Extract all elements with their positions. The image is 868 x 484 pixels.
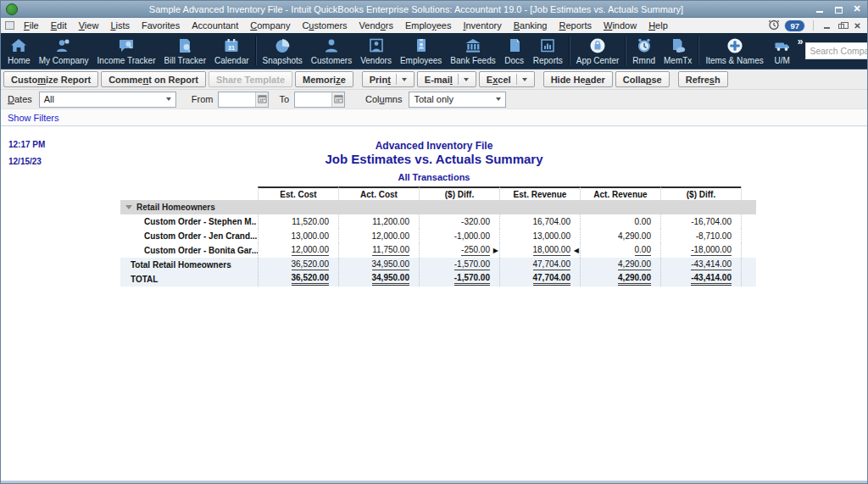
close-button[interactable]: ✕ <box>852 4 862 14</box>
menu-item-window[interactable]: Window <box>598 20 643 31</box>
minimize-button[interactable] <box>815 4 825 14</box>
memorize-button[interactable]: Memorize <box>295 71 353 87</box>
hide-header-button[interactable]: Hide Header <box>543 71 613 87</box>
docs-icon <box>504 36 525 55</box>
value-cell[interactable]: 11,520.00 <box>258 214 338 229</box>
to-date-input[interactable] <box>295 93 331 106</box>
value-cell[interactable]: 36,520.00 <box>258 272 338 287</box>
dropdown-arrow-icon[interactable] <box>464 78 469 81</box>
menu-item-favorites[interactable]: Favorites <box>136 20 186 31</box>
value-cell[interactable]: 16,704.00 <box>499 214 580 229</box>
menu-item-accountant[interactable]: Accountant <box>186 20 244 31</box>
menu-item-reports[interactable]: Reports <box>553 20 598 31</box>
search-input[interactable] <box>806 43 868 58</box>
menu-item-lists[interactable]: Lists <box>104 20 136 31</box>
button-label: Excel <box>487 75 511 85</box>
menu-item-banking[interactable]: Banking <box>508 20 554 31</box>
child-restore-button[interactable] <box>837 21 848 31</box>
toolbar-item-employees[interactable]: Employees <box>396 33 446 69</box>
toolbar-item-income-tracker[interactable]: Income Tracker <box>93 33 160 69</box>
value-cell[interactable]: 18,000.00◀ <box>499 243 580 258</box>
value-cell[interactable]: 13,000.00 <box>258 229 338 243</box>
menu-item-employees[interactable]: Employees <box>399 20 457 31</box>
toolbar-item-rmnd[interactable]: Rmnd <box>628 33 659 69</box>
toolbar-item-customers[interactable]: Customers <box>307 33 356 69</box>
refresh-button[interactable]: Refresh <box>678 71 728 87</box>
menu-item-file[interactable]: File <box>18 20 45 31</box>
maximize-button[interactable] <box>833 4 843 14</box>
excel-button[interactable]: Excel <box>479 71 535 87</box>
value-cell[interactable]: 11,750.00 <box>338 243 419 258</box>
value-cell[interactable]: -1,000.00 <box>419 229 499 243</box>
comment-on-report-button[interactable]: Comment on Report <box>101 71 206 87</box>
value-cell[interactable]: -43,414.00 <box>660 258 741 272</box>
toolbar-item-items-names[interactable]: Items & Names <box>701 33 767 69</box>
toolbar-item-bill-tracker[interactable]: Bill Tracker <box>160 33 210 69</box>
value-cell[interactable]: 4,290.00 <box>580 258 660 272</box>
menu-item-vendors[interactable]: Vendors <box>353 20 399 31</box>
value-cell[interactable]: -1,570.00 <box>419 258 499 272</box>
toolbar-item-snapshots[interactable]: Snapshots <box>259 33 307 69</box>
toolbar-item-memtx[interactable]: MemTx <box>659 33 696 69</box>
cell-value: -18,000.00 <box>691 245 732 256</box>
row-label: Custom Order - Bonita Gar... <box>120 243 258 258</box>
columns-dropdown[interactable]: Total only <box>409 92 506 108</box>
value-cell[interactable]: 47,704.00 <box>499 258 580 272</box>
toolbar-item-docs[interactable]: Docs <box>500 33 529 69</box>
value-cell[interactable]: 13,000.00 <box>499 229 580 243</box>
value-cell[interactable]: -250.00▶ <box>419 243 499 258</box>
value-cell[interactable]: 12,000.00 <box>338 229 419 243</box>
menu-item-company[interactable]: Company <box>244 20 296 31</box>
child-close-button[interactable]: ✕ <box>852 21 863 31</box>
child-window-menu-icon[interactable] <box>5 21 14 30</box>
value-cell[interactable]: 47,704.00 <box>499 272 580 287</box>
value-cell[interactable]: -16,704.00 <box>660 214 741 229</box>
toolbar-item-reports[interactable]: Reports <box>529 33 567 69</box>
value-cell[interactable]: 0.00 <box>580 243 660 258</box>
customize-report-button[interactable]: Customize Report <box>3 71 98 87</box>
menu-item-view[interactable]: View <box>73 20 105 31</box>
value-cell[interactable]: 4,290.00 <box>580 272 660 287</box>
print-button[interactable]: Print <box>362 71 415 87</box>
to-calendar-button[interactable] <box>331 92 344 107</box>
e-mail-button[interactable]: E-mail <box>417 71 476 87</box>
value-cell[interactable]: 0.00 <box>580 214 660 229</box>
from-date-input[interactable] <box>219 93 255 106</box>
menu-item-customers[interactable]: Customers <box>296 20 353 31</box>
menu-item-inventory[interactable]: Inventory <box>457 20 507 31</box>
table-trailing-stub <box>741 243 756 258</box>
child-minimize-button[interactable] <box>821 21 832 31</box>
alerts-count-badge[interactable]: 97 <box>784 19 805 32</box>
value-cell[interactable]: -18,000.00 <box>660 243 741 258</box>
toolbar-item-u-m[interactable]: U/M <box>768 33 797 69</box>
toolbar-item-calendar[interactable]: 31Calendar <box>210 33 253 69</box>
collapse-triangle-icon[interactable] <box>125 205 132 209</box>
toolbar-item-vendors[interactable]: Vendors <box>356 33 396 69</box>
show-filters-link[interactable]: Show Filters <box>8 113 59 123</box>
dropdown-arrow-icon[interactable] <box>522 78 527 81</box>
value-cell[interactable]: 4,290.00 <box>580 229 660 243</box>
toolbar-item-home[interactable]: Home <box>3 33 35 69</box>
toolbar-item-app-center[interactable]: App Center <box>572 33 624 69</box>
value-cell[interactable]: -8,710.00 <box>660 229 741 243</box>
toolbar-overflow-chevron-icon[interactable]: » <box>797 33 806 47</box>
toolbar-item-my-company[interactable]: My Company <box>35 33 93 69</box>
value-cell[interactable]: 36,520.00 <box>258 258 338 272</box>
value-cell[interactable]: 34,950.00 <box>338 258 419 272</box>
toolbar-item-bank-feeds[interactable]: Bank Feeds <box>446 33 499 69</box>
dates-dropdown[interactable]: All <box>39 92 176 108</box>
menu-item-edit[interactable]: Edit <box>45 20 73 31</box>
dropdown-arrow-icon[interactable] <box>402 78 407 81</box>
value-cell[interactable]: -320.00 <box>419 214 499 229</box>
value-cell[interactable]: -43,414.00 <box>660 272 741 287</box>
collapse-button[interactable]: Collapse <box>615 71 670 87</box>
value-cell[interactable]: 34,950.00 <box>338 272 419 287</box>
menu-bar: FileEditViewListsFavoritesAccountantComp… <box>1 18 867 33</box>
cell-value: -1,570.00 <box>454 273 490 286</box>
from-calendar-button[interactable] <box>255 92 268 107</box>
value-cell[interactable]: 11,200.00 <box>338 214 419 229</box>
value-cell[interactable]: -1,570.00 <box>419 272 499 287</box>
reminders-clock-icon[interactable] <box>768 19 780 32</box>
menu-item-help[interactable]: Help <box>643 20 674 31</box>
value-cell[interactable]: 12,000.00 <box>258 243 338 258</box>
